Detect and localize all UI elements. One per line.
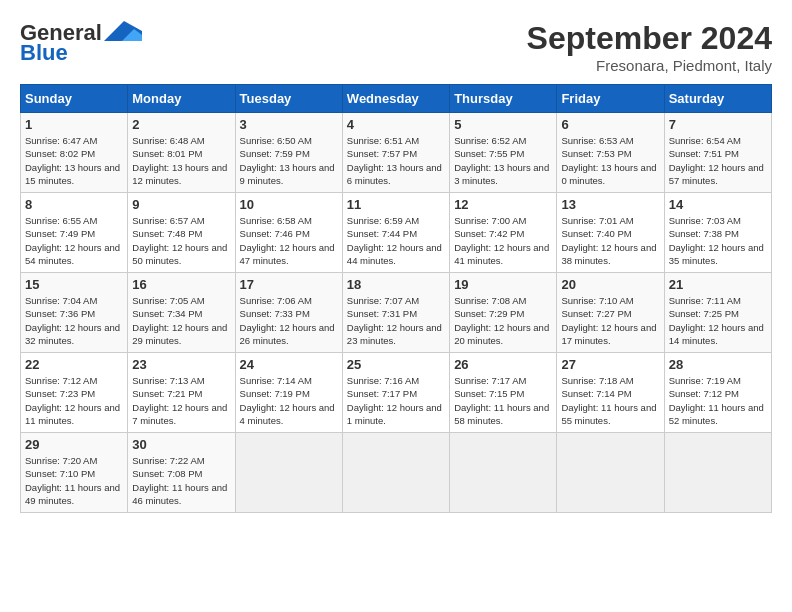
day-number: 25 [347,357,445,372]
logo-icon [104,21,142,45]
calendar-header-row: SundayMondayTuesdayWednesdayThursdayFrid… [21,85,772,113]
day-of-week-header: Monday [128,85,235,113]
calendar-day-cell: 12Sunrise: 7:00 AM Sunset: 7:42 PM Dayli… [450,193,557,273]
day-info: Sunrise: 7:01 AM Sunset: 7:40 PM Dayligh… [561,214,659,267]
day-number: 21 [669,277,767,292]
page-header: General Blue September 2024 Fresonara, P… [20,20,772,74]
day-info: Sunrise: 7:08 AM Sunset: 7:29 PM Dayligh… [454,294,552,347]
day-info: Sunrise: 7:22 AM Sunset: 7:08 PM Dayligh… [132,454,230,507]
calendar-day-cell: 24Sunrise: 7:14 AM Sunset: 7:19 PM Dayli… [235,353,342,433]
day-info: Sunrise: 7:14 AM Sunset: 7:19 PM Dayligh… [240,374,338,427]
day-number: 4 [347,117,445,132]
calendar-table: SundayMondayTuesdayWednesdayThursdayFrid… [20,84,772,513]
day-number: 6 [561,117,659,132]
calendar-day-cell: 23Sunrise: 7:13 AM Sunset: 7:21 PM Dayli… [128,353,235,433]
calendar-day-cell: 13Sunrise: 7:01 AM Sunset: 7:40 PM Dayli… [557,193,664,273]
day-info: Sunrise: 7:04 AM Sunset: 7:36 PM Dayligh… [25,294,123,347]
day-number: 15 [25,277,123,292]
day-info: Sunrise: 7:00 AM Sunset: 7:42 PM Dayligh… [454,214,552,267]
day-info: Sunrise: 7:07 AM Sunset: 7:31 PM Dayligh… [347,294,445,347]
day-info: Sunrise: 7:05 AM Sunset: 7:34 PM Dayligh… [132,294,230,347]
day-number: 28 [669,357,767,372]
day-info: Sunrise: 6:50 AM Sunset: 7:59 PM Dayligh… [240,134,338,187]
calendar-day-cell: 5Sunrise: 6:52 AM Sunset: 7:55 PM Daylig… [450,113,557,193]
day-number: 26 [454,357,552,372]
day-number: 2 [132,117,230,132]
calendar-day-cell: 21Sunrise: 7:11 AM Sunset: 7:25 PM Dayli… [664,273,771,353]
day-info: Sunrise: 7:16 AM Sunset: 7:17 PM Dayligh… [347,374,445,427]
day-number: 19 [454,277,552,292]
day-number: 29 [25,437,123,452]
day-of-week-header: Thursday [450,85,557,113]
day-info: Sunrise: 6:52 AM Sunset: 7:55 PM Dayligh… [454,134,552,187]
day-info: Sunrise: 7:11 AM Sunset: 7:25 PM Dayligh… [669,294,767,347]
day-info: Sunrise: 6:55 AM Sunset: 7:49 PM Dayligh… [25,214,123,267]
calendar-day-cell: 8Sunrise: 6:55 AM Sunset: 7:49 PM Daylig… [21,193,128,273]
calendar-day-cell: 6Sunrise: 6:53 AM Sunset: 7:53 PM Daylig… [557,113,664,193]
logo-blue: Blue [20,40,68,66]
day-info: Sunrise: 6:48 AM Sunset: 8:01 PM Dayligh… [132,134,230,187]
month-title: September 2024 [527,20,772,57]
calendar-week-row: 8Sunrise: 6:55 AM Sunset: 7:49 PM Daylig… [21,193,772,273]
day-number: 14 [669,197,767,212]
day-number: 27 [561,357,659,372]
logo: General Blue [20,20,142,66]
calendar-week-row: 22Sunrise: 7:12 AM Sunset: 7:23 PM Dayli… [21,353,772,433]
calendar-day-cell: 14Sunrise: 7:03 AM Sunset: 7:38 PM Dayli… [664,193,771,273]
day-of-week-header: Friday [557,85,664,113]
calendar-day-cell: 2Sunrise: 6:48 AM Sunset: 8:01 PM Daylig… [128,113,235,193]
day-info: Sunrise: 7:20 AM Sunset: 7:10 PM Dayligh… [25,454,123,507]
day-number: 13 [561,197,659,212]
calendar-day-cell [342,433,449,513]
day-number: 16 [132,277,230,292]
calendar-day-cell: 28Sunrise: 7:19 AM Sunset: 7:12 PM Dayli… [664,353,771,433]
calendar-day-cell: 11Sunrise: 6:59 AM Sunset: 7:44 PM Dayli… [342,193,449,273]
day-number: 9 [132,197,230,212]
calendar-day-cell: 4Sunrise: 6:51 AM Sunset: 7:57 PM Daylig… [342,113,449,193]
calendar-week-row: 15Sunrise: 7:04 AM Sunset: 7:36 PM Dayli… [21,273,772,353]
calendar-day-cell: 30Sunrise: 7:22 AM Sunset: 7:08 PM Dayli… [128,433,235,513]
day-of-week-header: Tuesday [235,85,342,113]
day-number: 3 [240,117,338,132]
calendar-day-cell: 15Sunrise: 7:04 AM Sunset: 7:36 PM Dayli… [21,273,128,353]
calendar-day-cell: 1Sunrise: 6:47 AM Sunset: 8:02 PM Daylig… [21,113,128,193]
day-number: 23 [132,357,230,372]
day-number: 12 [454,197,552,212]
calendar-week-row: 29Sunrise: 7:20 AM Sunset: 7:10 PM Dayli… [21,433,772,513]
calendar-day-cell [664,433,771,513]
day-of-week-header: Saturday [664,85,771,113]
day-number: 5 [454,117,552,132]
day-number: 30 [132,437,230,452]
day-number: 18 [347,277,445,292]
calendar-day-cell: 26Sunrise: 7:17 AM Sunset: 7:15 PM Dayli… [450,353,557,433]
day-number: 11 [347,197,445,212]
day-of-week-header: Wednesday [342,85,449,113]
calendar-day-cell: 27Sunrise: 7:18 AM Sunset: 7:14 PM Dayli… [557,353,664,433]
location: Fresonara, Piedmont, Italy [527,57,772,74]
day-number: 8 [25,197,123,212]
day-info: Sunrise: 7:12 AM Sunset: 7:23 PM Dayligh… [25,374,123,427]
day-info: Sunrise: 6:54 AM Sunset: 7:51 PM Dayligh… [669,134,767,187]
day-info: Sunrise: 7:10 AM Sunset: 7:27 PM Dayligh… [561,294,659,347]
calendar-day-cell: 16Sunrise: 7:05 AM Sunset: 7:34 PM Dayli… [128,273,235,353]
calendar-day-cell: 29Sunrise: 7:20 AM Sunset: 7:10 PM Dayli… [21,433,128,513]
day-info: Sunrise: 6:57 AM Sunset: 7:48 PM Dayligh… [132,214,230,267]
day-info: Sunrise: 7:18 AM Sunset: 7:14 PM Dayligh… [561,374,659,427]
day-info: Sunrise: 7:06 AM Sunset: 7:33 PM Dayligh… [240,294,338,347]
day-number: 1 [25,117,123,132]
calendar-week-row: 1Sunrise: 6:47 AM Sunset: 8:02 PM Daylig… [21,113,772,193]
calendar-day-cell: 17Sunrise: 7:06 AM Sunset: 7:33 PM Dayli… [235,273,342,353]
day-info: Sunrise: 7:19 AM Sunset: 7:12 PM Dayligh… [669,374,767,427]
day-info: Sunrise: 7:03 AM Sunset: 7:38 PM Dayligh… [669,214,767,267]
day-info: Sunrise: 6:51 AM Sunset: 7:57 PM Dayligh… [347,134,445,187]
calendar-day-cell: 9Sunrise: 6:57 AM Sunset: 7:48 PM Daylig… [128,193,235,273]
day-of-week-header: Sunday [21,85,128,113]
day-number: 22 [25,357,123,372]
calendar-day-cell: 22Sunrise: 7:12 AM Sunset: 7:23 PM Dayli… [21,353,128,433]
day-number: 7 [669,117,767,132]
day-number: 17 [240,277,338,292]
day-info: Sunrise: 6:53 AM Sunset: 7:53 PM Dayligh… [561,134,659,187]
calendar-day-cell: 3Sunrise: 6:50 AM Sunset: 7:59 PM Daylig… [235,113,342,193]
calendar-day-cell: 18Sunrise: 7:07 AM Sunset: 7:31 PM Dayli… [342,273,449,353]
title-block: September 2024 Fresonara, Piedmont, Ital… [527,20,772,74]
